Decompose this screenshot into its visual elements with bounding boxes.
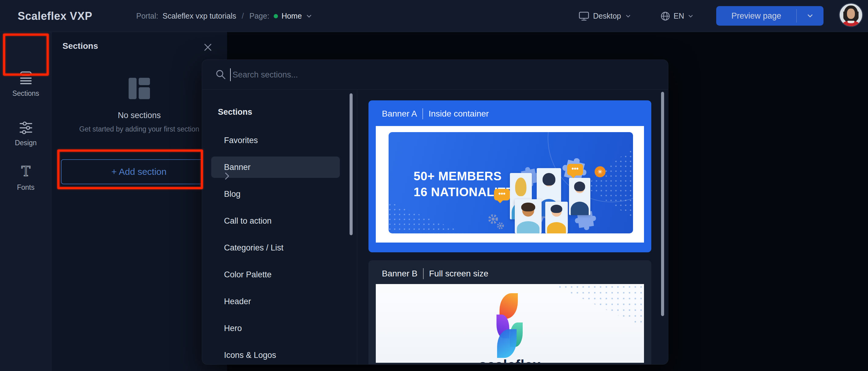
close-icon[interactable] — [203, 42, 213, 53]
svg-text:T: T — [21, 164, 30, 179]
left-rail: Sections Design T Fonts — [0, 32, 52, 371]
rail-item-sections[interactable]: Sections — [0, 71, 52, 97]
template-card-banner-b[interactable]: Banner B Full screen size scaleflex — [369, 260, 651, 365]
card-title: Banner B Full screen size — [382, 268, 488, 279]
list-item-icons-logos[interactable]: Icons & Logos — [202, 342, 357, 365]
card-subtitle: Inside container — [429, 109, 489, 119]
avatar-collar — [847, 21, 854, 23]
add-section-button[interactable]: + Add section — [61, 159, 217, 184]
add-section-modal: Sections Favorites Banner Blog Call to a… — [202, 59, 669, 365]
asterisk-badge-icon: ✳ — [595, 166, 606, 177]
search-bar — [202, 60, 668, 90]
globe-icon — [660, 11, 671, 21]
design-sliders-icon — [18, 121, 33, 135]
avatar-face — [847, 8, 855, 19]
sections-icon — [18, 71, 33, 85]
search-icon — [215, 69, 226, 82]
user-avatar[interactable] — [839, 3, 863, 27]
list-item-categories-list[interactable]: Categories / List — [202, 234, 357, 261]
list-item-call-to-action[interactable]: Call to action — [202, 207, 357, 234]
empty-state-title: No sections — [52, 111, 227, 120]
language-selector[interactable]: EN — [660, 0, 694, 32]
page-value: Home — [282, 11, 302, 21]
card-preview: 50+ MEMBERS 16 NATIONALITES — [376, 126, 644, 242]
card-name: Banner A — [382, 109, 417, 119]
chevron-down-icon — [305, 12, 313, 20]
chevron-right-icon — [224, 171, 230, 181]
topbar: Scaleflex VXP Portal: Scaleflex vxp tuto… — [0, 0, 868, 32]
list-item-header[interactable]: Header — [202, 288, 357, 315]
language-label: EN — [674, 11, 684, 21]
speech-bubble-icon: ••• — [567, 164, 583, 175]
monitor-icon — [579, 11, 589, 21]
device-label: Desktop — [593, 11, 621, 21]
section-category-list: Sections Favorites Banner Blog Call to a… — [202, 90, 357, 364]
sections-panel: Sections No sections Get started by addi… — [52, 32, 227, 371]
rail-item-label: Fonts — [0, 183, 52, 192]
cards-scrollbar[interactable] — [661, 92, 664, 316]
person-portrait — [569, 178, 590, 215]
rail-item-label: Sections — [0, 89, 52, 97]
chevron-down-icon[interactable] — [797, 12, 824, 20]
breadcrumb: Portal: Scaleflex vxp tutorials / Page: … — [136, 0, 313, 32]
card-name: Banner B — [382, 269, 417, 279]
search-input[interactable] — [232, 65, 629, 84]
page-label: Page: — [249, 11, 269, 21]
person-portrait — [545, 202, 568, 233]
portal-label: Portal: — [136, 11, 158, 21]
rail-item-label: Design — [0, 139, 52, 147]
breadcrumb-separator: / — [241, 11, 245, 21]
list-item-hero[interactable]: Hero — [202, 315, 357, 342]
rail-item-design[interactable]: Design — [0, 121, 52, 147]
app-logo: Scaleflex VXP — [18, 0, 92, 32]
list-heading: Sections — [218, 107, 252, 117]
text-cursor — [230, 68, 231, 81]
empty-state: No sections Get started by adding your f… — [52, 78, 227, 133]
preview-page-label: Preview page — [716, 11, 796, 21]
chevron-down-icon — [687, 13, 694, 20]
page-status-dot — [274, 14, 278, 18]
banner-a-illustration: 50+ MEMBERS 16 NATIONALITES — [389, 132, 633, 233]
device-selector[interactable]: Desktop — [579, 0, 631, 32]
card-subtitle: Full screen size — [429, 269, 489, 279]
scaleflex-logo-icon — [495, 293, 525, 351]
list-item-favorites[interactable]: Favorites — [202, 127, 357, 154]
list-item-blog[interactable]: Blog — [202, 181, 357, 207]
speech-bubble-icon: ••• — [494, 189, 510, 200]
gear-icon — [496, 221, 505, 232]
list-divider — [357, 90, 357, 364]
list-scrollbar[interactable] — [349, 93, 352, 235]
page-selector[interactable]: Home — [274, 11, 313, 21]
dot-pattern — [528, 284, 644, 330]
fonts-T-icon: T — [18, 164, 33, 179]
rail-item-fonts[interactable]: T Fonts — [0, 164, 52, 192]
title-divider — [423, 268, 424, 279]
template-card-banner-a[interactable]: Banner A Inside container 50+ MEMBERS 16… — [369, 101, 651, 252]
app-root: Scaleflex VXP Portal: Scaleflex vxp tuto… — [0, 0, 868, 371]
preview-page-button[interactable]: Preview page — [716, 6, 824, 26]
title-divider — [423, 108, 423, 119]
portal-value: Scaleflex vxp tutorials — [162, 11, 236, 21]
empty-state-subtitle: Get started by adding your first section — [52, 125, 227, 133]
chevron-down-icon — [625, 13, 631, 20]
layout-grid-icon — [129, 78, 150, 99]
list-item-color-palette[interactable]: Color Palette — [202, 261, 357, 288]
card-preview: scaleflex — [376, 284, 644, 363]
card-title: Banner A Inside container — [382, 108, 489, 119]
panel-title: Sections — [62, 41, 98, 51]
brand-wordmark: scaleflex — [376, 356, 644, 363]
person-portrait — [515, 199, 541, 233]
list-item-banner[interactable]: Banner — [202, 154, 357, 181]
